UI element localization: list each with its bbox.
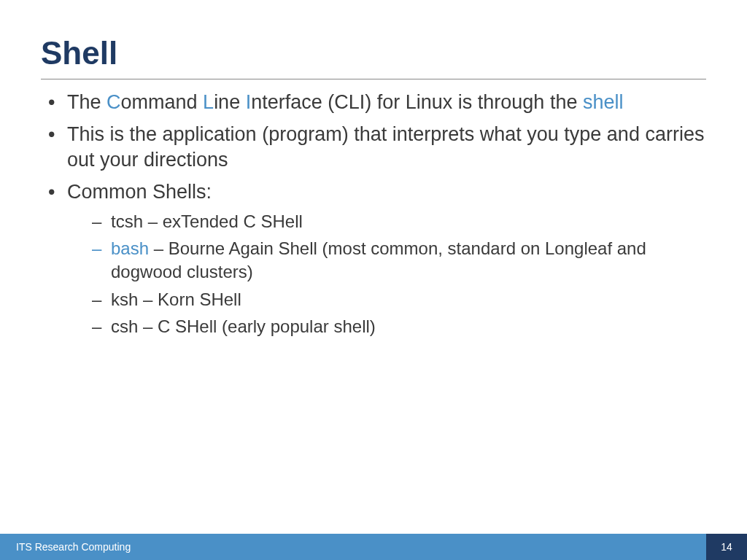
sub-bullet-item: ksh – Korn SHell: [67, 288, 706, 311]
highlight-letter: L: [203, 91, 214, 113]
footer-text: ITS Research Computing: [0, 541, 131, 553]
highlight-word: shell: [583, 91, 624, 113]
sub-bullet-item: bash – Bourne Again Shell (most common, …: [67, 237, 706, 283]
page-number: 14: [706, 534, 747, 560]
bullet-list: The Command Line Interface (CLI) for Lin…: [41, 90, 706, 338]
title-divider: [41, 79, 706, 79]
text: ine: [214, 91, 246, 113]
slide: Shell The Command Line Interface (CLI) f…: [0, 0, 747, 560]
highlight-letter: C: [107, 91, 121, 113]
text: nterface (CLI) for Linux is through the: [251, 91, 583, 113]
sub-bullet-item: tcsh – exTended C SHell: [67, 210, 706, 233]
bullet-item: The Command Line Interface (CLI) for Lin…: [41, 90, 706, 116]
slide-footer: ITS Research Computing 14: [0, 534, 747, 560]
bullet-item: Common Shells: tcsh – exTended C SHell b…: [41, 179, 706, 338]
slide-title: Shell: [41, 35, 706, 71]
highlight-word: bash: [111, 238, 149, 258]
slide-content: The Command Line Interface (CLI) for Lin…: [41, 90, 706, 338]
text: ommand: [121, 91, 204, 113]
text: – Bourne Again Shell (most common, stand…: [111, 238, 646, 281]
sub-bullet-item: csh – C SHell (early popular shell): [67, 315, 706, 338]
text: Common Shells:: [67, 181, 212, 203]
text: The: [67, 91, 107, 113]
bullet-item: This is the application (program) that i…: [41, 122, 706, 174]
sub-bullet-list: tcsh – exTended C SHell bash – Bourne Ag…: [67, 210, 706, 338]
